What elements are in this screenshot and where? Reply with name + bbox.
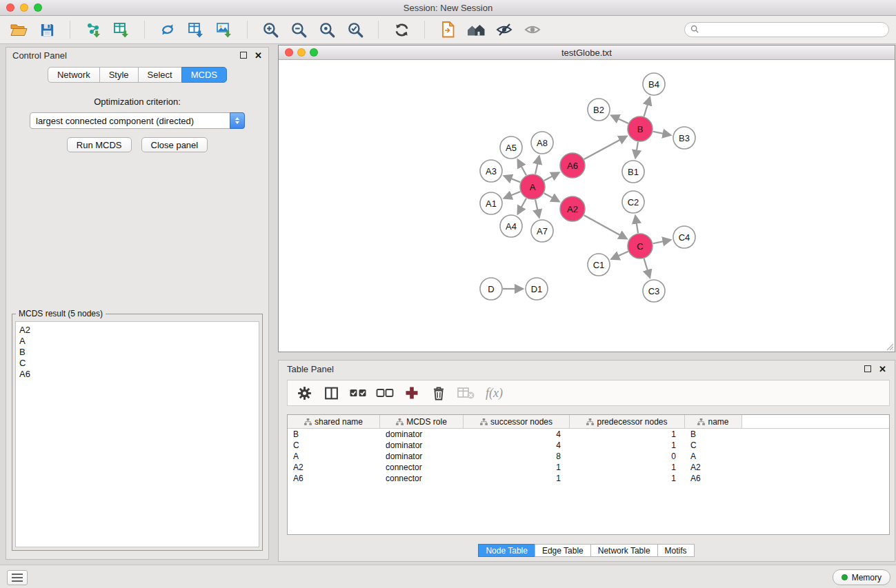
tab-select[interactable]: Select	[138, 67, 182, 83]
add-row-icon[interactable]	[401, 383, 422, 403]
export-network-icon[interactable]	[156, 19, 179, 41]
node-B1[interactable]: B1	[622, 161, 644, 183]
mcds-result-item[interactable]: A2	[19, 325, 255, 336]
node-C2[interactable]: C2	[622, 191, 644, 213]
edge-A-A7[interactable]	[535, 200, 539, 216]
column-header-shared-name[interactable]: shared name	[288, 415, 380, 428]
node-B4[interactable]: B4	[643, 73, 665, 95]
search-input[interactable]	[702, 24, 883, 35]
node-A6[interactable]: A6	[560, 153, 585, 178]
edge-A-A2[interactable]	[544, 193, 558, 201]
node-C[interactable]: C	[628, 234, 653, 258]
network-minimize-button[interactable]	[297, 48, 306, 57]
style-preview-icon[interactable]	[492, 19, 516, 41]
import-network-icon[interactable]	[81, 19, 105, 41]
close-panel-icon[interactable]: ✕	[255, 51, 262, 60]
column-header-name[interactable]: name	[685, 415, 742, 428]
tab-node-table[interactable]: Node Table	[478, 544, 535, 557]
zoom-window-button[interactable]	[34, 3, 42, 12]
node-C4[interactable]: C4	[673, 226, 695, 248]
table-row[interactable]: Cdominator41C	[288, 440, 889, 451]
table-row[interactable]: Adominator80A	[288, 451, 889, 462]
function-builder-icon[interactable]: f(x)	[486, 386, 503, 401]
deselect-all-icon[interactable]	[375, 383, 395, 403]
node-A2[interactable]: A2	[560, 196, 585, 221]
edge-A-A6[interactable]	[544, 173, 558, 181]
run-mcds-button[interactable]: Run MCDS	[67, 137, 132, 152]
table-float-icon[interactable]	[864, 365, 871, 372]
tab-motifs[interactable]: Motifs	[657, 544, 695, 557]
edge-B-B4[interactable]	[644, 99, 650, 116]
node-A4[interactable]: A4	[500, 215, 522, 237]
mcds-result-item[interactable]: C	[19, 358, 255, 369]
close-window-button[interactable]	[6, 3, 14, 12]
minimize-window-button[interactable]	[20, 3, 28, 12]
tab-network[interactable]: Network	[48, 67, 100, 83]
node-A1[interactable]: A1	[480, 192, 502, 214]
float-panel-icon[interactable]	[240, 52, 247, 59]
eye-icon[interactable]	[521, 19, 544, 41]
node-A7[interactable]: A7	[531, 220, 553, 242]
edge-A-A5[interactable]	[519, 161, 526, 175]
export-image-icon[interactable]	[212, 19, 236, 41]
network-close-button[interactable]	[285, 48, 293, 57]
zoom-out-icon[interactable]	[287, 19, 310, 41]
table-close-icon[interactable]: ✕	[879, 365, 886, 374]
select-all-icon[interactable]	[348, 383, 368, 403]
edge-A2-C[interactable]	[584, 215, 626, 238]
network-canvas[interactable]: B4B2BB3A5A8A6B1A3AC2A1A2A4A7CC4C1C3DD1	[279, 60, 895, 352]
network-zoom-button[interactable]	[310, 48, 318, 57]
open-file-icon[interactable]	[7, 19, 30, 41]
settings-icon[interactable]	[294, 383, 315, 403]
mcds-result-item[interactable]: A	[19, 336, 255, 347]
search-box[interactable]	[684, 22, 889, 37]
resize-grip-icon[interactable]	[886, 343, 894, 351]
mcds-result-item[interactable]: B	[19, 347, 255, 358]
column-header-predecessor-nodes[interactable]: predecessor nodes	[570, 415, 685, 428]
node-C3[interactable]: C3	[643, 280, 665, 302]
edge-B-B3[interactable]	[653, 132, 670, 135]
edge-C-C1[interactable]	[613, 252, 628, 258]
delete-table-icon[interactable]	[455, 383, 476, 403]
node-C1[interactable]: C1	[588, 254, 610, 276]
edge-C-C4[interactable]	[653, 240, 670, 243]
network-doc-icon[interactable]	[436, 19, 459, 41]
export-table-icon[interactable]	[184, 19, 208, 41]
zoom-selected-icon[interactable]	[344, 19, 367, 41]
edge-A-A4[interactable]	[519, 199, 526, 213]
close-panel-button[interactable]: Close panel	[141, 137, 208, 152]
edge-A-A8[interactable]	[535, 157, 539, 174]
mcds-result-item[interactable]: A6	[19, 369, 255, 380]
panel-menu-button[interactable]	[7, 570, 28, 585]
zoom-fit-icon[interactable]	[315, 19, 339, 41]
tab-network-table[interactable]: Network Table	[590, 544, 658, 557]
memory-button[interactable]: Memory	[833, 569, 890, 585]
node-A[interactable]: A	[520, 174, 545, 199]
node-A3[interactable]: A3	[480, 160, 502, 182]
edge-B-B2[interactable]	[613, 116, 628, 123]
column-header-successor-nodes[interactable]: successor nodes	[464, 415, 570, 428]
table-row[interactable]: Bdominator41B	[288, 429, 889, 440]
criterion-dropdown[interactable]: largest connected component (directed)	[30, 112, 245, 129]
column-header-MCDS-role[interactable]: MCDS role	[380, 415, 464, 428]
zoom-in-icon[interactable]	[259, 19, 282, 41]
tab-mcds[interactable]: MCDS	[181, 67, 227, 83]
table-row[interactable]: A2connector11A2	[288, 462, 889, 473]
node-D[interactable]: D	[480, 278, 502, 300]
node-A8[interactable]: A8	[531, 132, 553, 154]
tab-edge-table[interactable]: Edge Table	[535, 544, 591, 557]
save-icon[interactable]	[35, 19, 59, 41]
edge-B-B1[interactable]	[636, 142, 638, 157]
edge-C-C3[interactable]	[644, 258, 650, 276]
table-row[interactable]: A6connector11A6	[288, 473, 889, 484]
node-B3[interactable]: B3	[673, 127, 695, 149]
node-B2[interactable]: B2	[588, 99, 610, 121]
node-A5[interactable]: A5	[500, 136, 522, 159]
tab-style[interactable]: Style	[99, 67, 139, 83]
refresh-icon[interactable]	[390, 19, 413, 41]
edge-A-A1[interactable]	[505, 192, 520, 198]
node-B[interactable]: B	[628, 116, 653, 141]
import-table-icon[interactable]	[110, 19, 133, 41]
edge-A-A3[interactable]	[506, 176, 521, 182]
network-graph[interactable]: B4B2BB3A5A8A6B1A3AC2A1A2A4A7CC4C1C3DD1	[279, 60, 895, 352]
